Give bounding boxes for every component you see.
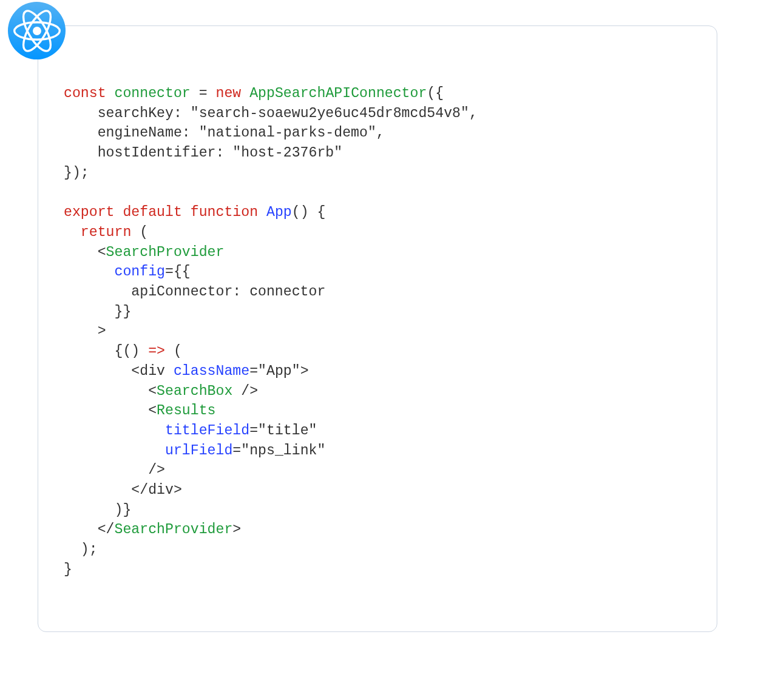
code-token-kw: export xyxy=(64,204,115,220)
code-token-attr: titleField xyxy=(165,423,249,439)
code-token-kw: function xyxy=(191,204,258,220)
code-token-kw: default xyxy=(123,204,181,220)
code-token-str: "title" xyxy=(258,423,317,439)
code-token-ident: SearchBox xyxy=(157,383,232,399)
code-token-kw: new xyxy=(215,86,241,101)
code-token-str: "search-soaewu2ye6uc45dr8mcd54v8" xyxy=(191,106,469,121)
code-token-kw: => xyxy=(148,343,165,359)
code-token-kw: return xyxy=(81,224,132,240)
code-token-str: "national-parks-demo" xyxy=(199,125,376,141)
react-icon xyxy=(8,2,66,59)
code-token-kw: const xyxy=(64,86,106,101)
code-token-ident: SearchProvider xyxy=(115,522,233,537)
code-block: const connector = new AppSearchAPIConnec… xyxy=(64,84,478,580)
code-token-ident: AppSearchAPIConnector xyxy=(249,86,427,101)
code-token-ident: connector xyxy=(115,86,191,101)
svg-point-0 xyxy=(33,27,41,35)
code-token-ident: SearchProvider xyxy=(106,244,225,260)
code-token-str: "host-2376rb" xyxy=(232,145,342,161)
code-token-func: App xyxy=(266,204,292,220)
code-token-attr: urlField xyxy=(165,443,232,459)
code-token-attr: config xyxy=(115,264,166,280)
code-token-str: "App" xyxy=(258,363,300,379)
code-token-attr: className xyxy=(174,363,249,379)
code-token-str: "nps_link" xyxy=(241,443,325,459)
code-token-ident: Results xyxy=(157,403,215,419)
